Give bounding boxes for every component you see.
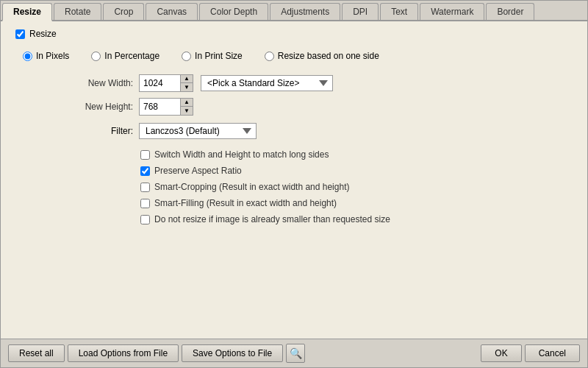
radio-in-percentage-input[interactable] — [91, 52, 101, 61]
bottom-bar: Reset all Load Options from File Save Op… — [1, 339, 587, 367]
radio-in-pixels[interactable]: In Pixels — [23, 51, 69, 61]
checkbox-switch-wh-input[interactable] — [140, 150, 150, 160]
height-decrement-btn[interactable]: ▼ — [181, 107, 193, 115]
checkbox-smart-fill-input[interactable] — [140, 199, 150, 208]
standard-size-select[interactable]: <Pick a Standard Size> 800 × 600 1024 × … — [201, 75, 333, 91]
height-label: New Height: — [74, 102, 133, 112]
height-input-wrapper: ▲ ▼ — [139, 98, 193, 116]
radio-in-print-size-input[interactable] — [182, 52, 191, 61]
width-label: New Width: — [74, 78, 133, 88]
enable-resize-row: Resize — [15, 29, 573, 39]
radio-group: In Pixels In Percentage In Print Size Re… — [23, 51, 573, 61]
radio-in-print-size[interactable]: In Print Size — [182, 51, 243, 61]
height-spin-buttons: ▲ ▼ — [180, 99, 193, 115]
height-row: New Height: ▲ ▼ — [74, 98, 573, 116]
enable-resize-checkbox[interactable] — [15, 29, 25, 39]
height-input[interactable] — [140, 99, 180, 114]
checkbox-smart-fill-label: Smart-Filling (Result in exact width and… — [154, 198, 337, 208]
width-input-wrapper: ▲ ▼ — [139, 74, 193, 92]
tab-text[interactable]: Text — [380, 3, 418, 20]
checkbox-smart-crop: Smart-Cropping (Result in exact width an… — [140, 182, 573, 192]
tab-canvas[interactable]: Canvas — [146, 3, 198, 20]
tab-bar: Resize Rotate Crop Canvas Color Depth Ad… — [1, 1, 587, 21]
tab-color-depth[interactable]: Color Depth — [199, 3, 268, 20]
ok-button[interactable]: OK — [481, 344, 521, 362]
checkbox-no-resize-smaller: Do not resize if image is already smalle… — [140, 214, 573, 224]
radio-in-print-size-label: In Print Size — [195, 51, 243, 61]
checkbox-switch-wh-label: Switch Width and Height to match long si… — [154, 149, 329, 160]
filter-label: Filter: — [74, 126, 133, 136]
checkbox-no-resize-smaller-input[interactable] — [140, 215, 150, 224]
tab-dpi[interactable]: DPI — [342, 3, 379, 20]
checkbox-preserve-aspect: Preserve Aspect Ratio — [140, 166, 573, 176]
checkbox-switch-wh: Switch Width and Height to match long si… — [140, 149, 573, 160]
radio-one-side-label: Resize based on one side — [278, 51, 379, 61]
checkbox-no-resize-smaller-label: Do not resize if image is already smalle… — [154, 214, 390, 224]
tab-crop[interactable]: Crop — [103, 3, 144, 20]
checkbox-smart-fill: Smart-Filling (Result in exact width and… — [140, 198, 573, 208]
width-decrement-btn[interactable]: ▼ — [181, 83, 193, 91]
radio-in-percentage[interactable]: In Percentage — [91, 51, 159, 61]
checkbox-preserve-aspect-input[interactable] — [140, 166, 150, 176]
load-options-button[interactable]: Load Options from File — [68, 344, 179, 362]
radio-in-pixels-input[interactable] — [23, 52, 32, 61]
height-increment-btn[interactable]: ▲ — [181, 99, 193, 107]
tab-adjustments[interactable]: Adjustments — [270, 3, 340, 20]
width-increment-btn[interactable]: ▲ — [181, 75, 193, 83]
radio-one-side[interactable]: Resize based on one side — [265, 51, 379, 61]
cancel-button[interactable]: Cancel — [525, 344, 580, 362]
radio-one-side-input[interactable] — [265, 52, 274, 61]
radio-in-percentage-label: In Percentage — [104, 51, 159, 61]
radio-in-pixels-label: In Pixels — [36, 51, 69, 61]
tab-rotate[interactable]: Rotate — [54, 3, 101, 20]
tab-border[interactable]: Border — [486, 3, 534, 20]
width-spin-buttons: ▲ ▼ — [180, 75, 193, 91]
checkbox-preserve-aspect-label: Preserve Aspect Ratio — [154, 166, 242, 176]
filter-row: Filter: Lanczos3 (Default) Bicubic Bilin… — [74, 123, 573, 139]
checkboxes-section: Switch Width and Height to match long si… — [140, 149, 573, 224]
tab-watermark[interactable]: Watermark — [420, 3, 484, 20]
main-container: Resize Rotate Crop Canvas Color Depth Ad… — [0, 0, 588, 368]
width-input[interactable] — [140, 76, 180, 91]
width-row: New Width: ▲ ▼ <Pick a Standard Size> 80… — [74, 74, 573, 92]
tab-resize[interactable]: Resize — [2, 3, 52, 21]
checkbox-smart-crop-input[interactable] — [140, 183, 150, 192]
reset-all-button[interactable]: Reset all — [8, 344, 65, 362]
save-options-button[interactable]: Save Options to File — [182, 344, 283, 362]
filter-select[interactable]: Lanczos3 (Default) Bicubic Bilinear Near… — [139, 123, 257, 139]
enable-resize-label: Resize — [29, 29, 57, 39]
fields-section: New Width: ▲ ▼ <Pick a Standard Size> 80… — [74, 74, 573, 116]
content-area: Resize In Pixels In Percentage In Print … — [1, 21, 587, 339]
search-icon: 🔍 — [290, 347, 302, 359]
search-icon-button[interactable]: 🔍 — [286, 344, 305, 363]
checkbox-smart-crop-label: Smart-Cropping (Result in exact width an… — [154, 182, 349, 192]
